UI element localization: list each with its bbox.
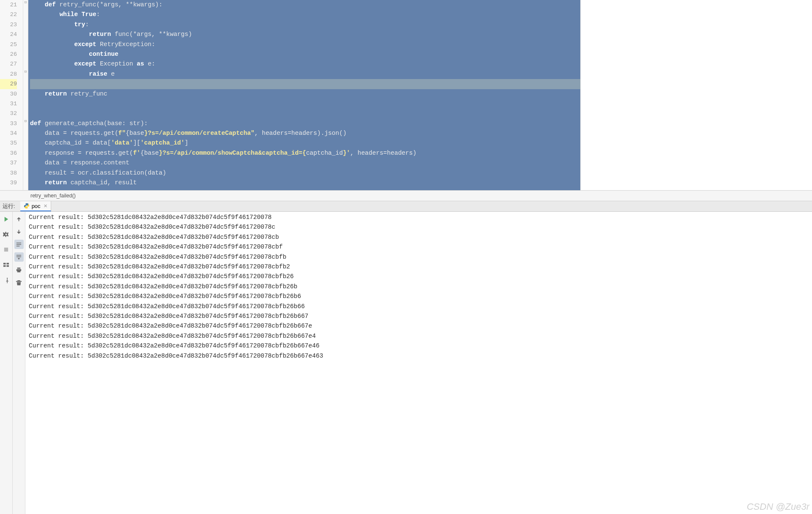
breadcrumb-item[interactable]: retry_when_failed() [30,193,76,199]
scroll-to-end-button[interactable] [14,252,24,262]
soft-wrap-button[interactable] [14,240,24,249]
code-line[interactable]: response = requests.get(f'{base}?s=/api/… [30,148,580,158]
fold-marker-icon[interactable]: ⊟ [24,70,27,74]
python-file-icon [24,203,30,209]
fold-marker-icon[interactable]: ⊟ [24,120,27,123]
line-number: 27 [0,59,17,69]
console-output[interactable]: Current result: 5d302c5281dc08432a2e8d0c… [25,212,812,514]
svg-rect-3 [3,265,6,267]
line-number: 22 [0,10,17,19]
console-line: Current result: 5d302c5281dc08432a2e8d0c… [29,252,809,262]
console-line: Current result: 5d302c5281dc08432a2e8d0c… [29,242,809,252]
stop-button[interactable] [2,245,11,254]
svg-rect-0 [4,247,8,251]
run-label: 运行: [0,202,20,210]
console-panel: Current result: 5d302c5281dc08432a2e8d0c… [0,212,812,514]
code-line[interactable]: result = ocr.classification(data) [30,168,580,178]
console-line: Current result: 5d302c5281dc08432a2e8d0c… [29,321,809,331]
trash-button[interactable] [14,278,24,287]
line-number: 24 [0,30,17,39]
layout-button[interactable] [2,260,11,269]
console-line: Current result: 5d302c5281dc08432a2e8d0c… [29,302,809,312]
svg-rect-2 [6,262,9,264]
line-number: 33 [0,119,17,128]
line-number: 29 [0,79,17,89]
console-line: Current result: 5d302c5281dc08432a2e8d0c… [29,222,809,232]
console-toolbar-left [0,212,13,514]
line-number: 23 [0,20,17,30]
scroll-up-button[interactable] [14,214,24,224]
code-line[interactable]: except Exception as e: [30,59,580,69]
console-line: Current result: 5d302c5281dc08432a2e8d0c… [29,341,809,351]
pin-button[interactable] [2,275,11,284]
line-number: 38 [0,168,17,178]
scroll-down-button[interactable] [14,227,24,236]
line-number: 30 [0,89,17,99]
line-number: 37 [0,158,17,168]
console-line: Current result: 5d302c5281dc08432a2e8d0c… [29,282,809,292]
console-line: Current result: 5d302c5281dc08432a2e8d0c… [29,351,809,361]
line-number: 35 [0,138,17,148]
close-tab-icon[interactable]: ✕ [43,203,47,209]
code-editor[interactable]: def retry_func(*args, **kwargs): while T… [28,0,580,190]
line-number-gutter: 21222324252627282930313233343536373839 [0,0,23,190]
console-line: Current result: 5d302c5281dc08432a2e8d0c… [29,331,809,341]
run-tab[interactable]: poc ✕ [20,201,51,211]
console-line: Current result: 5d302c5281dc08432a2e8d0c… [29,272,809,282]
code-line[interactable] [30,99,580,109]
line-number: 31 [0,99,17,109]
code-line[interactable]: try: [30,20,580,30]
line-number: 39 [0,178,17,188]
svg-rect-1 [3,262,6,264]
print-button[interactable] [14,265,24,274]
code-line[interactable]: raise e [30,69,580,79]
run-button[interactable] [2,214,11,224]
editor-right-blank [580,0,812,190]
line-number: 34 [0,128,17,138]
line-number: 36 [0,148,17,158]
line-number: 25 [0,40,17,49]
code-line[interactable]: captcha_id = data['data']['captcha_id'] [30,138,580,148]
svg-rect-4 [6,265,9,267]
code-line[interactable]: continue [30,49,580,59]
breadcrumb-bar: retry_when_failed() [0,190,812,201]
code-line[interactable]: return func(*args, **kwargs) [30,30,580,39]
code-line[interactable]: while True: [30,10,580,19]
run-toolwindow-header: 运行: poc ✕ [0,201,812,212]
fold-marker-icon[interactable]: ⊟ [24,1,27,5]
line-number: 26 [0,49,17,59]
console-line: Current result: 5d302c5281dc08432a2e8d0c… [29,292,809,301]
code-line[interactable]: except RetryException: [30,40,580,49]
console-toolbar-secondary [13,212,25,514]
code-line[interactable]: return retry_func [30,89,580,99]
code-line[interactable]: return captcha_id, result [30,178,580,188]
line-number: 21 [0,0,17,10]
line-number: 32 [0,109,17,118]
editor-pane: 21222324252627282930313233343536373839 ⊟… [0,0,812,190]
console-line: Current result: 5d302c5281dc08432a2e8d0c… [29,213,809,222]
settings-button[interactable] [2,230,11,239]
console-line: Current result: 5d302c5281dc08432a2e8d0c… [29,232,809,242]
code-line[interactable]: data = response.content [30,158,580,168]
code-line[interactable] [30,109,580,118]
fold-column: ⊟ ⊟ ⊟ [23,0,28,190]
code-line[interactable]: def retry_func(*args, **kwargs): [30,0,580,10]
code-line[interactable]: data = requests.get(f"{base}?s=/api/comm… [30,128,580,138]
run-tab-label: poc [32,203,41,209]
line-number: 28 [0,69,17,79]
console-line: Current result: 5d302c5281dc08432a2e8d0c… [29,262,809,272]
code-line[interactable] [30,79,580,89]
console-line: Current result: 5d302c5281dc08432a2e8d0c… [29,312,809,321]
code-line[interactable]: def generate_captcha(base: str): [30,119,580,128]
